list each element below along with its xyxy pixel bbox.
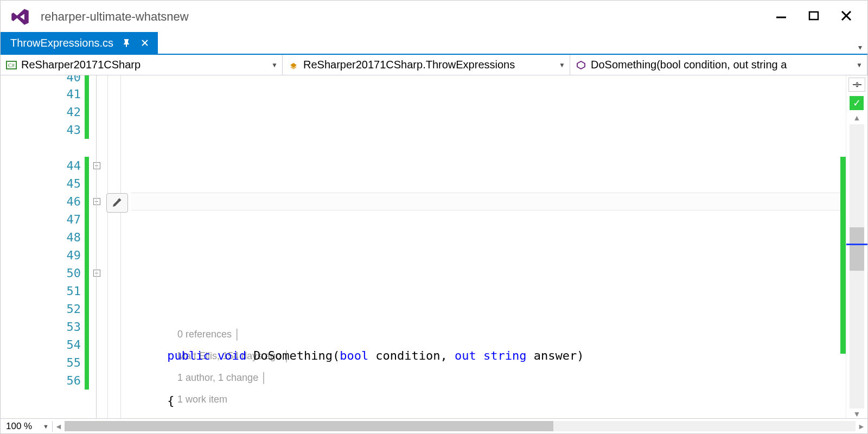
visual-studio-icon xyxy=(10,7,30,27)
status-ok-icon: ✓ xyxy=(850,96,864,110)
scroll-down-icon[interactable]: ▼ xyxy=(846,410,867,418)
csharp-project-icon: C# xyxy=(6,60,17,71)
line-number: 41 xyxy=(1,85,82,103)
split-editor-icon[interactable] xyxy=(848,78,865,92)
tab-overflow-button[interactable]: ▾ xyxy=(853,41,867,54)
member-dropdown[interactable]: DoSomething(bool condition, out string a… xyxy=(570,55,867,75)
method-icon xyxy=(576,60,586,71)
member-dropdown-label: DoSomething(bool condition, out string a xyxy=(591,59,852,71)
line-number-gutter: 40 41 42 43 44 45 46 47 48 49 50 51 52 5… xyxy=(1,75,85,418)
maximize-button[interactable] xyxy=(808,10,820,24)
scroll-up-icon[interactable]: ▲ xyxy=(846,113,867,122)
close-button[interactable] xyxy=(840,10,852,24)
svg-rect-1 xyxy=(809,12,818,20)
close-tab-icon[interactable] xyxy=(139,39,150,47)
class-dropdown[interactable]: ReSharper20171CSharp.ThrowExpressions ▼ xyxy=(283,55,570,75)
scrollbar-thumb[interactable] xyxy=(65,421,553,431)
fold-toggle-icon[interactable]: − xyxy=(93,270,100,277)
fold-toggle-icon[interactable]: − xyxy=(93,198,100,205)
project-dropdown[interactable]: C# ReSharper20171CSharp ▼ xyxy=(1,55,283,75)
chevron-down-icon: ▼ xyxy=(856,61,863,69)
chevron-down-icon: ▼ xyxy=(271,61,278,69)
document-tab-strip: ThrowExpressions.cs ▾ xyxy=(1,33,867,55)
codelens-authors[interactable]: 1 author, 1 change xyxy=(177,372,258,383)
code-editor[interactable]: 40 41 42 43 44 45 46 47 48 49 50 51 52 5… xyxy=(1,75,867,418)
pin-icon[interactable] xyxy=(121,39,132,47)
class-icon xyxy=(288,60,299,71)
caret-marker xyxy=(846,244,867,245)
zoom-dropdown[interactable]: 100 % ▼ xyxy=(1,421,53,432)
class-dropdown-label: ReSharper20171CSharp.ThrowExpressions xyxy=(303,59,554,71)
line-number: 47 xyxy=(1,210,82,228)
code-area[interactable]: 0 references │ Matt Ellis, 154 days ago … xyxy=(131,75,840,418)
window-title: reharper-ultimate-whatsnew xyxy=(41,10,189,24)
codelens-row[interactable]: 0 references │ Matt Ellis, 154 days ago … xyxy=(131,302,840,320)
code-line[interactable]: { xyxy=(131,392,840,410)
indent-guides xyxy=(104,75,131,418)
line-number: 50 xyxy=(1,264,82,282)
editor-bottom-bar: 100 % ▼ ◄ ► xyxy=(1,418,867,433)
svg-text:C#: C# xyxy=(8,62,15,68)
line-number: 48 xyxy=(1,228,82,246)
vertical-scrollbar[interactable]: ✓ ▲ ▼ xyxy=(846,75,867,418)
window-buttons xyxy=(775,10,867,24)
line-number: 46 xyxy=(1,193,82,210)
line-number: 45 xyxy=(1,175,82,193)
line-number: 54 xyxy=(1,336,82,354)
project-dropdown-label: ReSharper20171CSharp xyxy=(21,59,267,71)
codelens-references[interactable]: 0 references xyxy=(177,329,232,340)
line-number: 53 xyxy=(1,318,82,336)
scroll-left-icon[interactable]: ◄ xyxy=(53,419,65,433)
minimize-button[interactable] xyxy=(775,10,787,24)
navigation-bar: C# ReSharper20171CSharp ▼ ReSharper20171… xyxy=(1,55,867,75)
line-number: 56 xyxy=(1,372,82,390)
right-change-margin xyxy=(840,75,846,418)
quick-action-hammer-icon[interactable] xyxy=(106,193,128,213)
line-number: 51 xyxy=(1,282,82,300)
line-number: 43 xyxy=(1,121,82,139)
line-number: 42 xyxy=(1,103,82,121)
line-number: 52 xyxy=(1,300,82,318)
title-bar: reharper-ultimate-whatsnew xyxy=(1,1,867,33)
fold-toggle-icon[interactable]: − xyxy=(93,162,100,169)
line-number: 49 xyxy=(1,246,82,264)
line-number: 55 xyxy=(1,354,82,372)
change-margin xyxy=(85,75,89,418)
current-line-highlight xyxy=(131,193,840,210)
outlining-margin[interactable]: − − − xyxy=(89,75,104,418)
line-number: 44 xyxy=(1,157,82,175)
chevron-down-icon: ▼ xyxy=(559,61,565,69)
line-number: 40 xyxy=(1,75,82,85)
document-tab-active[interactable]: ThrowExpressions.cs xyxy=(1,32,158,54)
scrollbar-thumb[interactable] xyxy=(850,227,864,271)
chevron-down-icon: ▼ xyxy=(43,423,49,430)
document-tab-label: ThrowExpressions.cs xyxy=(10,37,113,49)
code-line[interactable]: public void DoSomething(bool condition, … xyxy=(131,347,840,365)
scroll-right-icon[interactable]: ► xyxy=(856,419,867,433)
horizontal-scrollbar[interactable]: ◄ ► xyxy=(53,419,867,433)
zoom-value: 100 % xyxy=(6,421,32,432)
